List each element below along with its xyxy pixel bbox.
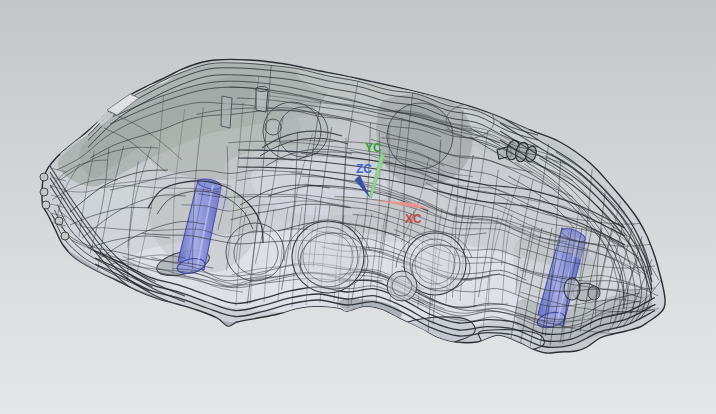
svg-text:ZC: ZC <box>356 162 372 176</box>
svg-text:YC: YC <box>365 141 382 155</box>
svg-text:XC: XC <box>405 212 422 226</box>
